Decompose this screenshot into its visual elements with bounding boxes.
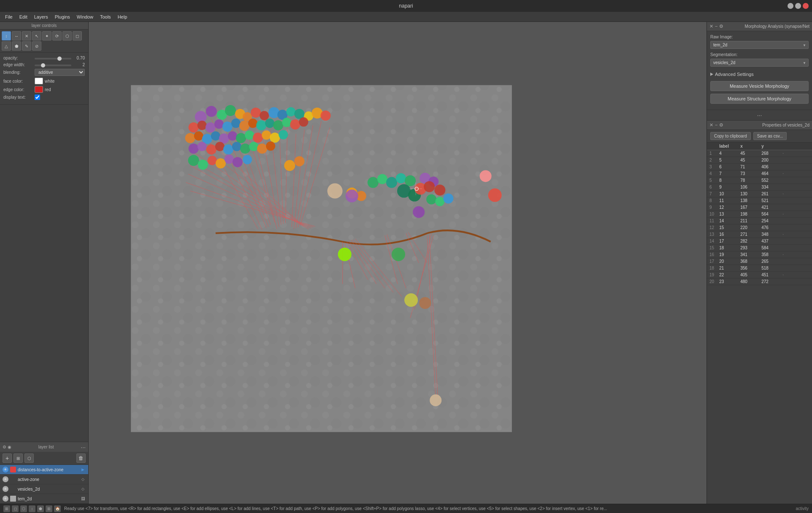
cell-y: 521 [759,197,780,204]
panel-dots-menu[interactable]: ··· [755,112,764,119]
tool-rotate[interactable]: ⟳ [52,31,62,40]
layer-name-distances: distances-to-active-zone [18,467,78,472]
svg-point-65 [222,122,233,132]
table-row[interactable]: 710130261· [707,191,812,197]
table-row[interactable]: 811138521 [707,197,812,204]
menu-file[interactable]: File [2,14,16,20]
delete-layer-btn[interactable]: 🗑 [76,454,86,463]
menu-edit[interactable]: Edit [16,14,31,20]
table-row[interactable]: 1013198564· [707,211,812,218]
table-row[interactable]: 5878552 [707,177,812,184]
layer-list-dots[interactable]: ··· [81,444,86,451]
tool-triangle[interactable]: △ [2,41,11,51]
menu-window[interactable]: Window [73,14,97,20]
tool-rect[interactable]: ◻ [73,31,82,40]
props-close-icon[interactable]: ✕ [709,122,713,128]
edge-width-label: edge width: [3,62,33,67]
opacity-slider[interactable] [35,58,71,59]
new-layer-btn[interactable]: ⬡ [24,454,34,463]
canvas-area[interactable] [89,22,706,504]
tool-arrow[interactable]: ↔ [12,31,21,40]
table-row[interactable]: 4773464· [707,170,812,177]
layer-item-vesicles[interactable]: 👁 vesicles_2d ◇ [0,484,88,494]
plugin-header: ✕ − ⚙ Morphology Analysis (synapse/Net [707,22,812,31]
cell-y: 254 [759,218,780,224]
edge-color-swatch[interactable] [35,86,43,93]
svg-point-81 [236,133,246,143]
svg-point-84 [262,130,271,140]
svg-point-76 [194,131,203,140]
table-row[interactable]: 1922405451· [707,272,812,278]
plugin-settings-icon[interactable]: ⚙ [719,24,723,29]
props-minimize-icon[interactable]: − [715,122,717,128]
layer-eye-distances[interactable]: 👁 [3,467,8,472]
segmentation-select[interactable]: vesicles_2d [710,59,809,67]
tool-add[interactable]: ✦ [42,31,51,40]
close-button[interactable] [803,3,809,9]
table-row[interactable]: 3671406 [707,164,812,170]
tool-edit[interactable]: ✎ [22,41,31,51]
table-row[interactable]: 1114211254 [707,218,812,224]
layer-eye-tem2d[interactable]: 👁 [3,496,8,502]
table-row[interactable]: 1619341358· [707,251,812,258]
tool-minus[interactable]: ⊘ [32,41,41,51]
table-row[interactable]: 1720368265 [707,258,812,265]
save-as-csv-btn[interactable]: Save as csv... [753,132,787,140]
svg-point-52 [251,108,261,118]
menu-layers[interactable]: Layers [31,14,51,20]
raw-image-select[interactable]: tem_2d [710,41,809,49]
menu-tools[interactable]: Tools [97,14,114,20]
tool-transform[interactable]: ↕ [2,31,11,40]
table-row[interactable]: 1821356518 [707,265,812,272]
table-row[interactable]: 1316271348· [707,231,812,238]
tool-hex[interactable]: ⬡ [62,31,72,40]
cell-x: 480 [738,278,759,285]
layer-item-activezone[interactable]: 👁 active-zone ◇ [0,475,88,484]
table-row[interactable]: 1445268· [707,150,812,157]
svg-point-100 [216,158,226,168]
table-row[interactable]: 2023480272 [707,278,812,285]
svg-point-94 [249,142,258,151]
layer-eye-activezone[interactable]: 👁 [3,476,8,482]
table-row[interactable]: 69106334 [707,184,812,191]
table-row[interactable]: 1518293584 [707,245,812,251]
display-text-checkbox[interactable] [35,94,40,100]
svg-point-122 [346,190,358,202]
menu-help[interactable]: Help [114,14,131,20]
tool-close[interactable]: ✕ [22,31,31,40]
cell-x: 368 [738,258,759,265]
svg-point-130 [404,293,418,307]
cell-x: 293 [738,245,759,251]
layer-eye-vesicles[interactable]: 👁 [3,486,8,492]
measure-structure-btn[interactable]: Measure Structure Morphology [710,94,809,104]
status-ready-text: Ready use <7> for transform, use <R> for… [64,506,792,511]
grid-btn[interactable]: ⊞ [14,454,23,463]
plugin-close-icon[interactable]: ✕ [709,24,713,29]
measure-vesicle-btn[interactable]: Measure Vesicle Morphology [710,81,809,91]
menu-plugins[interactable]: Plugins [51,14,73,20]
tool-select[interactable]: ↖ [32,31,41,40]
tool-lasso[interactable]: ⬟ [12,41,21,51]
table-row[interactable]: 2545200 [707,157,812,164]
cell-extra [780,245,812,251]
add-layer-btn[interactable]: + [3,454,12,463]
maximize-button[interactable] [795,3,801,9]
cell-x: 198 [738,211,759,218]
svg-point-123 [488,189,502,202]
table-row[interactable]: 1417282437 [707,238,812,245]
table-row[interactable]: 1215220476 [707,224,812,231]
advanced-settings-row[interactable]: Advanced Settings [710,70,809,78]
face-color-swatch[interactable] [35,78,43,84]
plugin-minimize-icon[interactable]: − [715,24,717,29]
copy-to-clipboard-btn[interactable]: Copy to clipboard [710,132,751,140]
layer-item-distances[interactable]: 👁 distances-to-active-zone ▶ [0,465,88,475]
svg-point-117 [424,181,435,192]
table-row[interactable]: 912167421 [707,204,812,211]
layer-item-tem2d[interactable]: 👁 tem_2d 🖼 [0,494,88,504]
blending-select[interactable]: additive translucent opaque [35,69,85,76]
props-settings-icon[interactable]: ⚙ [719,122,723,128]
status-icon-2: ◻ [12,505,19,512]
edge-width-slider[interactable] [35,65,71,66]
properties-table-container[interactable]: label x y 1445268·254520036714064773464·… [707,143,812,504]
minimize-button[interactable] [788,3,793,9]
